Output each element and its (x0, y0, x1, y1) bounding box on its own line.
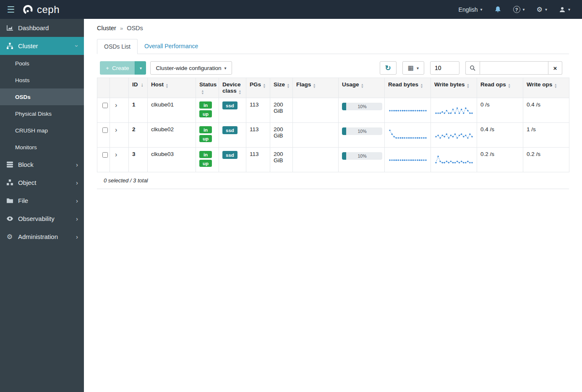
row-select-cell (97, 148, 110, 172)
caret-down-icon: ▾ (568, 7, 570, 12)
sparkline-chart (388, 126, 428, 142)
top-navbar: ☰ ceph English ▾ ? ▾ ⚙ (0, 0, 582, 19)
main-content: Cluster » OSDs OSDs List Overall Perform… (84, 19, 582, 392)
sidebar-item-pools[interactable]: Pools (0, 55, 84, 72)
row-expand-cell[interactable]: › (110, 123, 129, 148)
column-header-read-bytes[interactable]: Read bytes▴▾ (385, 78, 431, 98)
osds-table: ID↓ Host▴▾ Status▴▾ Device class▴▾ PGs▴▾ (97, 78, 569, 172)
osd-id-cell: 2 (129, 123, 148, 148)
page-size-input[interactable] (430, 61, 459, 75)
usage-label: 10% (342, 152, 382, 160)
row-checkbox[interactable] (102, 103, 108, 108)
column-label: Status (199, 81, 217, 88)
table-row[interactable]: ›3clkube03inupssd113200 GiB10%0.2 /s0.2 … (97, 148, 569, 172)
sort-icon[interactable]: ▴▾ (509, 83, 510, 88)
sort-icon[interactable]: ▴▾ (202, 90, 204, 94)
create-button[interactable]: + Create (100, 61, 135, 75)
ceph-brand[interactable]: ceph (22, 4, 60, 16)
row-expand-cell[interactable]: › (110, 148, 129, 172)
column-header-id[interactable]: ID↓ (129, 78, 148, 98)
table-grid-icon: ▦ (408, 64, 414, 72)
status-badge: in (199, 151, 212, 158)
column-header-size[interactable]: Size▴▾ (270, 78, 293, 98)
column-header-status[interactable]: Status▴▾ (196, 78, 219, 98)
osd-id-cell: 3 (129, 148, 148, 172)
osd-device-class-cell: ssd (219, 148, 246, 172)
column-header-write-ops[interactable]: Write ops▴▾ (523, 78, 569, 98)
search-input[interactable] (480, 61, 548, 75)
sidebar-item-block[interactable]: Block › (0, 156, 84, 174)
osd-size-cell: 200 GiB (270, 123, 293, 148)
usage-progress-bar: 10% (342, 103, 382, 110)
tab-osds-list[interactable]: OSDs List (97, 39, 138, 54)
sidebar-item-label: Administration (18, 233, 58, 240)
chevron-right-icon: › (76, 197, 78, 204)
sort-icon[interactable]: ▴▾ (555, 83, 556, 88)
row-expand-cell[interactable]: › (110, 98, 129, 123)
notifications-button[interactable] (494, 6, 501, 13)
osd-flags-cell (293, 98, 339, 123)
sort-icon[interactable]: ▴▾ (287, 83, 289, 88)
sort-numeric-down-icon[interactable]: ↓ (141, 81, 144, 88)
sort-icon[interactable]: ▴▾ (313, 83, 315, 88)
table-row[interactable]: ›1clkube01inupssd113200 GiB10%0 /s0.4 /s (97, 98, 569, 123)
language-dropdown[interactable]: English ▾ (459, 6, 483, 13)
sort-icon[interactable]: ▴▾ (421, 83, 423, 88)
user-dropdown[interactable]: ▾ (559, 6, 570, 13)
sort-icon[interactable]: ▴▾ (166, 83, 168, 88)
sidebar-item-object[interactable]: Object › (0, 174, 84, 192)
sidebar-item-physical-disks[interactable]: Physical Disks (0, 105, 84, 122)
create-dropdown-toggle[interactable]: ▾ (135, 61, 146, 75)
object-icon (6, 179, 13, 186)
device-class-badge: ssd (222, 101, 237, 109)
search-clear-button[interactable]: × (548, 61, 562, 75)
breadcrumb-section[interactable]: Cluster (97, 25, 116, 31)
column-header-read-ops[interactable]: Read ops▴▾ (477, 78, 523, 98)
cluster-wide-configuration-dropdown[interactable]: Cluster-wide configuration ▾ (150, 61, 232, 75)
column-label: Flags (296, 81, 311, 88)
column-header-write-bytes[interactable]: Write bytes▴▾ (431, 78, 477, 98)
sidebar-item-cluster[interactable]: Cluster › (0, 37, 84, 55)
column-header-usage[interactable]: Usage▴▾ (339, 78, 385, 98)
osd-table-body: ›1clkube01inupssd113200 GiB10%0 /s0.4 /s… (97, 98, 569, 172)
column-toggle-button[interactable]: ▦ ▾ (402, 61, 424, 75)
help-icon: ? (513, 6, 520, 13)
tab-overall-performance[interactable]: Overall Performance (138, 39, 205, 54)
expand-row-icon: › (113, 151, 119, 158)
osd-pgs-cell: 113 (246, 98, 270, 123)
sidebar-item-dashboard[interactable]: Dashboard (0, 19, 84, 37)
row-checkbox[interactable] (102, 127, 108, 133)
column-header-flags[interactable]: Flags▴▾ (293, 78, 339, 98)
help-dropdown[interactable]: ? ▾ (513, 6, 525, 13)
sort-icon[interactable]: ▴▾ (264, 83, 265, 88)
status-badge: up (199, 110, 212, 117)
sort-icon[interactable]: ▴▾ (467, 83, 469, 88)
sidebar-item-observability[interactable]: Observability › (0, 210, 84, 228)
sidebar-item-administration[interactable]: ⚙ Administration › (0, 228, 84, 246)
refresh-button[interactable]: ↻ (380, 61, 397, 75)
hamburger-menu-icon[interactable]: ☰ (0, 5, 22, 15)
sidebar-item-label: Hosts (15, 77, 30, 83)
sidebar-item-crush-map[interactable]: CRUSH map (0, 122, 84, 139)
osd-pgs-cell: 113 (246, 123, 270, 148)
settings-dropdown[interactable]: ⚙ ▾ (537, 5, 547, 13)
file-icon (6, 197, 13, 204)
osd-read-ops-cell: 0.2 /s (477, 148, 523, 172)
sidebar-item-file[interactable]: File › (0, 192, 84, 210)
sparkline-chart (388, 151, 428, 167)
sidebar-item-hosts[interactable]: Hosts (0, 72, 84, 88)
column-header-host[interactable]: Host▴▾ (148, 78, 196, 98)
row-checkbox[interactable] (102, 152, 108, 158)
osd-read-ops-cell: 0.4 /s (477, 123, 523, 148)
table-row[interactable]: ›2clkube02inupssd113200 GiB10%0.4 /s1 /s (97, 123, 569, 148)
osd-flags-cell (293, 148, 339, 172)
sidebar-item-label: Monitors (15, 144, 37, 151)
bell-icon (494, 6, 501, 13)
sidebar-item-monitors[interactable]: Monitors (0, 139, 84, 156)
sort-icon[interactable]: ▴▾ (239, 90, 241, 94)
column-header-pgs[interactable]: PGs▴▾ (246, 78, 270, 98)
search-icon[interactable] (465, 61, 480, 75)
sidebar-item-osds[interactable]: OSDs (0, 88, 84, 105)
sort-icon[interactable]: ▴▾ (362, 83, 363, 88)
column-header-device-class[interactable]: Device class▴▾ (219, 78, 246, 98)
